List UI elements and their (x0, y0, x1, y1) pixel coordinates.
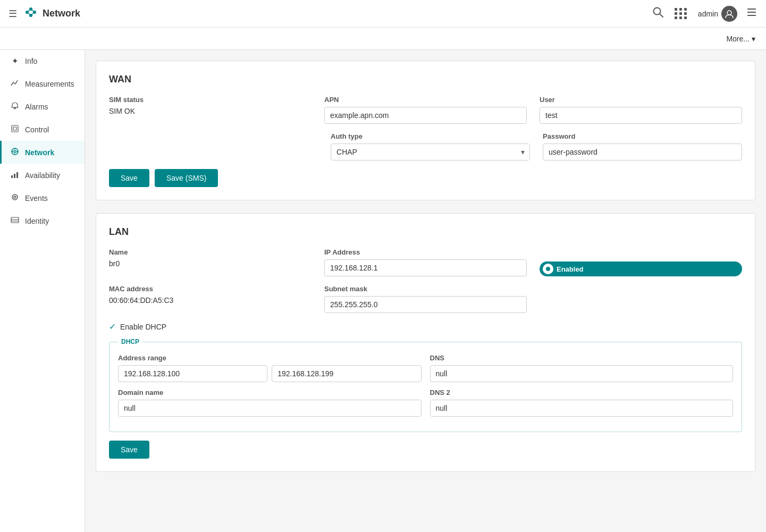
svg-rect-19 (14, 174, 15, 178)
wan-row-2: Auth type CHAP PAP None ▾ Password (109, 132, 742, 161)
lan-name-value: br0 (109, 259, 312, 268)
lan-title: LAN (109, 226, 742, 238)
svg-line-4 (27, 9, 31, 12)
mac-group: MAC address 00:60:64:DD:A5:C3 (109, 285, 312, 313)
svg-rect-20 (16, 172, 18, 178)
user-area[interactable]: admin (698, 6, 737, 22)
ip-input[interactable] (324, 259, 527, 276)
dns2-group: DNS 2 (430, 389, 734, 417)
info-icon: ✦ (10, 56, 20, 66)
mac-value: 00:60:64:DD:A5:C3 (109, 296, 312, 305)
user-name: admin (698, 10, 718, 18)
availability-icon (10, 170, 20, 180)
sidebar-item-alarms[interactable]: Alarms (0, 95, 85, 118)
svg-line-5 (31, 9, 35, 12)
svg-rect-23 (11, 217, 19, 223)
events-icon (10, 193, 20, 203)
alarms-icon (10, 102, 20, 112)
enabled-toggle-group: Enabled (540, 248, 742, 276)
apn-input[interactable] (324, 107, 527, 124)
secondary-bar: More... ▾ (0, 28, 766, 50)
apn-label: APN (324, 96, 527, 104)
menu-lines-icon[interactable] (746, 6, 757, 21)
addr-range-from-input[interactable] (118, 365, 267, 382)
svg-point-22 (14, 196, 16, 198)
main-content: WAN SIM status SIM OK APN User Auth type (85, 50, 766, 532)
lan-row-1: Name br0 IP Address Enabled (109, 248, 742, 276)
wan-save-button[interactable]: Save (109, 169, 149, 187)
wan-title: WAN (109, 74, 742, 85)
toggle-dot (543, 264, 553, 274)
ip-group: IP Address (324, 248, 527, 276)
subnet-label: Subnet mask (324, 285, 527, 293)
user-avatar (721, 6, 737, 22)
grid-icon[interactable] (675, 8, 687, 19)
svg-line-6 (27, 12, 31, 15)
addr-range-label: Address range (118, 354, 422, 362)
dns2-label: DNS 2 (430, 389, 734, 396)
domain-label: Domain name (118, 389, 422, 396)
identity-icon (10, 216, 20, 226)
dns-label: DNS (430, 354, 734, 362)
top-nav: ☰ Network admin (0, 0, 766, 28)
sim-status-value: SIM OK (109, 107, 312, 115)
sidebar-item-availability[interactable]: Availability (0, 164, 85, 187)
auth-type-group: Auth type CHAP PAP None ▾ (331, 132, 530, 161)
lan-row-2: MAC address 00:60:64:DD:A5:C3 Subnet mas… (109, 285, 742, 313)
svg-line-7 (31, 12, 35, 15)
sidebar-item-measurements[interactable]: Measurements (0, 72, 85, 95)
wan-row-1: SIM status SIM OK APN User (109, 96, 742, 124)
subnet-group: Subnet mask (324, 285, 527, 313)
measurements-icon (10, 79, 20, 89)
password-input[interactable] (543, 143, 742, 161)
auth-type-label: Auth type (331, 132, 530, 140)
lan-btn-row: Save (109, 441, 742, 459)
ip-label: IP Address (324, 248, 527, 256)
brand-icon (23, 5, 38, 23)
lan-name-label: Name (109, 248, 312, 256)
sim-status-group: SIM status SIM OK (109, 96, 312, 124)
addr-range-group: Address range (118, 354, 422, 382)
toggle-dot-inner (546, 267, 550, 271)
enable-dhcp-row[interactable]: ✓ Enable DHCP (109, 322, 742, 332)
dns-input[interactable] (430, 365, 734, 382)
wan-section: WAN SIM status SIM OK APN User Auth type (96, 61, 755, 200)
sidebar-item-control[interactable]: Control (0, 118, 85, 141)
sidebar-item-network[interactable]: Network (0, 141, 85, 164)
user-input[interactable] (540, 107, 742, 124)
sidebar-item-info[interactable]: ✦ Info (0, 50, 85, 72)
sidebar: ✦ Info Measurements Alarms Control Netwo… (0, 50, 85, 532)
checkbox-checked-icon: ✓ (109, 322, 116, 332)
dhcp-fieldset: DHCP Address range DNS Domain name (109, 338, 742, 432)
dhcp-row-2: Domain name DNS 2 (118, 389, 733, 417)
more-dropdown[interactable]: More... ▾ (726, 35, 755, 43)
dns-group: DNS (430, 354, 734, 382)
sidebar-item-events[interactable]: Events (0, 187, 85, 209)
apn-group: APN (324, 96, 527, 124)
auth-type-select[interactable]: CHAP PAP None (331, 143, 530, 161)
user-label: User (540, 96, 742, 104)
dns2-input[interactable] (430, 400, 734, 417)
lan-save-button[interactable]: Save (109, 441, 149, 459)
toggle-label: Enabled (557, 265, 584, 273)
dhcp-row-1: Address range DNS (118, 354, 733, 382)
svg-point-21 (12, 195, 18, 200)
subnet-input[interactable] (324, 296, 527, 313)
sidebar-item-identity[interactable]: Identity (0, 209, 85, 232)
svg-rect-15 (13, 127, 16, 130)
password-label: Password (543, 132, 742, 140)
enabled-toggle[interactable]: Enabled (540, 261, 742, 276)
mac-label: MAC address (109, 285, 312, 293)
svg-rect-18 (11, 175, 13, 178)
lan-section: LAN Name br0 IP Address Enabled (96, 213, 755, 472)
control-icon (10, 124, 20, 134)
dhcp-legend: DHCP (118, 338, 142, 345)
wan-save-sms-button[interactable]: Save (SMS) (155, 169, 218, 187)
svg-rect-14 (12, 125, 18, 132)
domain-input[interactable] (118, 400, 422, 417)
hamburger-icon[interactable]: ☰ (9, 8, 17, 20)
svg-point-10 (727, 11, 731, 15)
svg-line-9 (660, 14, 663, 17)
addr-range-to-input[interactable] (272, 365, 421, 382)
search-icon[interactable] (652, 6, 664, 21)
